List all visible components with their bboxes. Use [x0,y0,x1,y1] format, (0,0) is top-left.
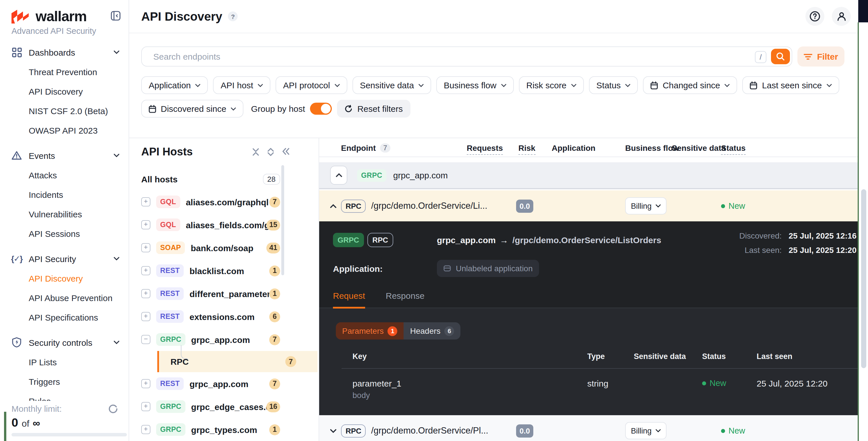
arrow-right-icon: → [500,235,508,245]
business-flow-select[interactable]: Billing [625,422,666,439]
host-row[interactable]: + REST different_parameters.com 1 [141,282,319,305]
help-button[interactable] [805,7,825,26]
param-column-status: Status [702,352,756,361]
filter-application[interactable]: Application [141,76,208,94]
host-row[interactable]: + SOAP bank.com/soap 41 [141,236,319,259]
chevron-down-icon [114,154,119,157]
usage-accent-bar [4,412,6,441]
sidebar-item-threat-prevention[interactable]: Threat Prevention [0,62,129,81]
host-row[interactable]: + GRPC grpc_types.com 1 [141,418,319,441]
status-dot [702,381,706,385]
sidebar-item-api-discovery[interactable]: API Discovery [0,268,129,288]
filter-api-host[interactable]: API host [213,76,270,94]
sidebar-item-vulnerabilities[interactable]: Vulnerabilities [0,204,129,224]
tab-request[interactable]: Request [333,291,365,308]
expand-icon[interactable]: + [141,197,150,206]
reset-filters-button[interactable]: Reset filters [337,100,410,117]
subtab-parameters[interactable]: Parameters 1 [336,322,404,339]
product-subtitle: Advanced API Security [11,26,129,36]
sidebar-section-events[interactable]: Events [0,146,129,165]
hosts-scrollbar-thumb[interactable] [281,165,284,275]
expand-icon[interactable]: + [141,289,150,298]
title-help-icon[interactable]: ? [228,11,238,21]
sidebar-item-incidents[interactable]: Incidents [0,185,129,204]
user-menu-button[interactable] [832,7,851,26]
chevron-up-icon[interactable] [330,204,337,208]
host-row-expanded[interactable]: − GRPC grpc_app.com 7 [141,328,319,351]
column-requests[interactable]: Requests [467,143,503,152]
filter-api-protocol[interactable]: API protocol [276,76,347,94]
host-group-row[interactable]: GRPC grpc_app.com [319,162,868,189]
sidebar-item-attacks[interactable]: Attacks [0,165,129,185]
endpoints-table: Endpoint 7 Requests Risk Application Bus… [319,138,868,441]
search-icon [776,52,785,61]
endpoint-count-badge: 7 [285,356,296,367]
request-subtabs: Parameters 1 Headers 6 [336,322,461,339]
calendar-icon [750,81,757,89]
sidebar-item-api-discovery-dashboard[interactable]: API Discovery [0,81,129,101]
detail-tabs: Request Response [319,291,868,308]
endpoint-row[interactable]: RPC /grpc/demo.OrderService/Pl... 0.0 Bi… [319,415,868,441]
sidebar-item-ip-lists[interactable]: IP Lists [0,352,129,372]
collapse-group-button[interactable] [330,166,347,185]
application-chip[interactable]: Unlabeled application [437,260,539,277]
column-status[interactable]: Status [721,143,746,152]
search-button[interactable] [771,49,790,64]
search-input[interactable]: Search endpoints / [141,46,792,67]
protocol-badge: SOAP [156,241,185,254]
tab-response[interactable]: Response [386,291,425,307]
expand-icon[interactable]: + [141,425,150,434]
page-scrollbar-thumb[interactable] [861,189,866,368]
expand-icon[interactable]: + [141,243,150,252]
expand-all-icon[interactable] [267,148,274,156]
collapse-all-icon[interactable] [252,148,259,156]
expand-icon[interactable]: + [141,379,150,388]
sidebar-item-api-sessions[interactable]: API Sessions [0,224,129,243]
collapse-sidebar-button[interactable] [111,11,121,21]
group-by-host-toggle[interactable] [310,103,332,115]
expand-icon[interactable]: + [141,402,150,411]
expand-icon[interactable]: + [141,312,150,321]
filter-last-seen-since[interactable]: Last seen since [743,76,839,94]
sidebar-item-nist-csf[interactable]: NIST CSF 2.0 (Beta) [0,101,129,121]
host-row[interactable]: + GRPC grpc_edge_cases.com 16 [141,395,319,418]
app-root: wallarm Advanced API Security Dashboards [0,0,868,441]
filter-changed-since[interactable]: Changed since [643,76,737,94]
host-child-row-selected[interactable]: RPC 7 [157,351,317,372]
subtab-headers[interactable]: Headers 6 [404,322,461,339]
host-row[interactable]: + GQL aliases_fields.com/graphql 15 [141,213,319,236]
column-risk[interactable]: Risk [518,143,535,152]
chevron-down-icon[interactable] [330,429,337,433]
filter-risk-score[interactable]: Risk score [519,76,584,94]
expand-icon[interactable]: + [141,220,150,229]
collapse-panel-icon[interactable] [282,148,290,156]
filter-discovered-since[interactable]: Discovered since [141,100,243,117]
reset-icon [345,105,353,113]
business-flow-select[interactable]: Billing [625,197,666,214]
sidebar-section-api-security[interactable]: {✓} API Security [0,249,129,268]
sidebar-section-dashboards[interactable]: Dashboards [0,42,129,62]
all-hosts-row[interactable]: All hosts 28 [141,167,319,191]
collapse-icon[interactable]: − [141,335,150,344]
host-row[interactable]: + REST extensions.com 6 [141,305,319,328]
chevron-down-icon [231,107,236,110]
filter-status[interactable]: Status [589,76,638,94]
sidebar-item-triggers[interactable]: Triggers [0,372,129,391]
filter-business-flow[interactable]: Business flow [436,76,514,94]
host-row[interactable]: + GQL aliases.com/graphql 7 [141,191,319,213]
sidebar-section-security-controls[interactable]: Security controls [0,333,129,352]
protocol-badge: REST [156,377,184,390]
filter-button[interactable]: Filter [797,46,844,67]
sidebar-item-api-specifications[interactable]: API Specifications [0,307,129,327]
chevron-down-icon [114,257,119,260]
host-row[interactable]: + REST grpc_app.com 7 [141,372,319,395]
sidebar-item-api-abuse-prevention[interactable]: API Abuse Prevention [0,288,129,307]
expand-icon[interactable]: + [141,266,150,275]
parameter-row[interactable]: parameter_1 body string New 25 Jul, 2025… [339,369,868,400]
api-hosts-panel: API Hosts All hosts 28 + GQL aliases [129,138,319,441]
filter-sensitive-data[interactable]: Sensitive data [352,76,431,94]
sidebar-item-owasp-api[interactable]: OWASP API 2023 [0,121,129,140]
host-row[interactable]: + REST blacklist.com 1 [141,259,319,282]
monthly-limit-label: Monthly limit: [11,404,108,413]
endpoint-row-expanded[interactable]: RPC /grpc/demo.OrderService/Li... 0.0 Bi… [319,191,868,222]
